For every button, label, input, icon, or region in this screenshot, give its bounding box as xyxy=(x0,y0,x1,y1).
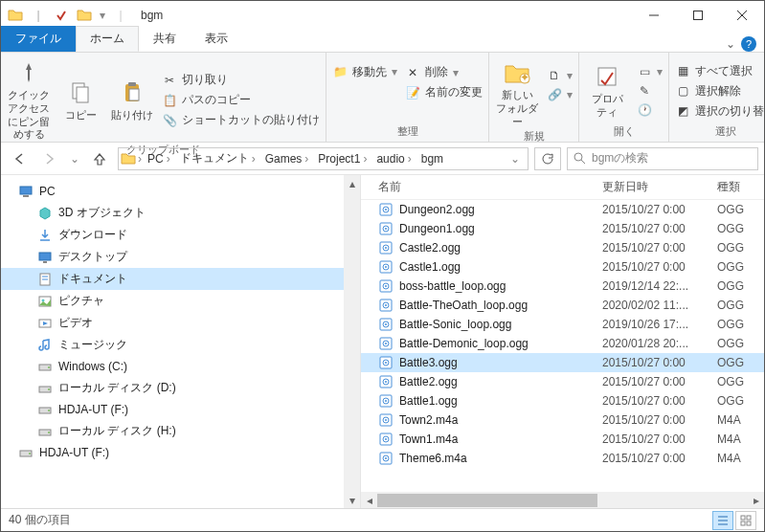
new-folder-button[interactable]: ✦ 新しい フォルダー xyxy=(495,55,539,128)
scroll-left[interactable]: ◂ xyxy=(361,494,377,507)
invert-icon: ◩ xyxy=(675,103,690,119)
audio-file-icon xyxy=(378,240,394,255)
bc-pc[interactable]: PC› xyxy=(144,152,174,166)
tree-item[interactable]: 3D オブジェクト xyxy=(1,202,360,224)
tree-item[interactable]: ダウンロード xyxy=(1,224,360,246)
svg-rect-12 xyxy=(20,187,32,194)
audio-file-icon xyxy=(378,393,394,409)
drive-icon xyxy=(18,445,34,460)
scroll-right[interactable]: ▸ xyxy=(748,494,764,507)
breadcrumb[interactable]: › PC› ドキュメント› Games› Project1› audio› bg… xyxy=(118,147,529,170)
file-row[interactable]: Castle2.ogg2015/10/27 0:00OGG xyxy=(361,238,764,257)
tree-scrollbar[interactable]: ▴▾ xyxy=(344,175,360,508)
tab-home[interactable]: ホーム xyxy=(76,26,139,52)
up-button[interactable] xyxy=(87,146,112,171)
qat-properties[interactable] xyxy=(51,5,72,26)
select-none-button[interactable]: ▢選択解除 xyxy=(675,83,765,100)
svg-rect-75 xyxy=(747,516,751,520)
file-row[interactable]: boss-battle_loop.ogg2019/12/14 22:...OGG xyxy=(361,277,764,296)
file-row[interactable]: Battle3.ogg2015/10/27 0:00OGG xyxy=(361,353,764,372)
file-row[interactable]: Dungeon1.ogg2015/10/27 0:00OGG xyxy=(361,219,764,238)
close-button[interactable] xyxy=(720,1,764,30)
tree-item[interactable]: ビデオ xyxy=(1,312,360,334)
new-item-button[interactable]: 🗋▾ xyxy=(547,68,573,83)
drive-icon xyxy=(37,424,53,439)
audio-file-icon xyxy=(378,278,394,294)
col-name[interactable]: 名前 xyxy=(361,179,602,195)
copy-icon xyxy=(66,78,95,107)
view-details[interactable] xyxy=(712,511,733,530)
qat-dropdown[interactable]: ▾ xyxy=(97,5,108,26)
select-all-button[interactable]: ▦すべて選択 xyxy=(675,63,765,79)
file-row[interactable]: Town1.m4a2015/10/27 0:00M4A xyxy=(361,430,764,449)
file-row[interactable]: Battle1.ogg2015/10/27 0:00OGG xyxy=(361,391,764,410)
open-button[interactable]: ▭▾ xyxy=(637,64,663,79)
easy-access-button[interactable]: 🔗▾ xyxy=(547,87,573,102)
search-icon xyxy=(574,152,586,165)
forward-button[interactable] xyxy=(37,146,62,171)
tree-item[interactable]: ローカル ディスク (H:) xyxy=(1,420,360,442)
col-type[interactable]: 種類 xyxy=(717,179,764,195)
tree-item[interactable]: ピクチャ xyxy=(1,290,360,312)
file-row[interactable]: Theme6.m4a2015/10/27 0:00M4A xyxy=(361,449,764,468)
ribbon-tabs: ファイル ホーム 共有 表示 ⌄ ? xyxy=(1,30,764,53)
edit-button[interactable]: ✎ xyxy=(637,83,663,99)
paste-button[interactable]: 貼り付け xyxy=(110,75,154,122)
tab-share[interactable]: 共有 xyxy=(139,26,191,52)
search-input[interactable]: bgmの検索 xyxy=(567,147,758,170)
file-row[interactable]: Dungeon2.ogg2015/10/27 0:00OGG xyxy=(361,200,764,219)
tree-item[interactable]: ドキュメント xyxy=(1,268,360,290)
h-scrollbar[interactable]: ◂ ▸ xyxy=(361,492,764,508)
tab-file[interactable]: ファイル xyxy=(1,26,76,52)
file-row[interactable]: Battle-TheOath_loop.ogg2020/02/02 11:...… xyxy=(361,296,764,315)
file-row[interactable]: Battle2.ogg2015/10/27 0:00OGG xyxy=(361,372,764,391)
ribbon-collapse[interactable]: ⌄ xyxy=(726,37,735,51)
desktop-icon xyxy=(37,250,53,265)
bc-audio[interactable]: audio› xyxy=(372,152,415,166)
col-date[interactable]: 更新日時 xyxy=(602,179,717,195)
bc-dropdown[interactable]: ⌄ xyxy=(505,152,526,166)
view-icons[interactable] xyxy=(735,511,756,530)
refresh-button[interactable] xyxy=(534,147,561,170)
history-button[interactable]: 🕐 xyxy=(637,102,663,118)
minimize-button[interactable] xyxy=(632,1,676,30)
properties-button[interactable]: プロパ ティ xyxy=(585,58,629,120)
svg-point-10 xyxy=(574,153,582,161)
file-row[interactable]: Battle-Sonic_loop.ogg2019/10/26 17:...OG… xyxy=(361,315,764,334)
tree-item[interactable]: デスクトップ xyxy=(1,246,360,268)
tree-item[interactable]: Windows (C:) xyxy=(1,356,360,377)
bc-games[interactable]: Games› xyxy=(261,152,313,166)
svg-point-34 xyxy=(385,209,387,211)
recent-button[interactable]: ⌄ xyxy=(68,146,81,171)
tab-view[interactable]: 表示 xyxy=(191,26,242,52)
pin-button[interactable]: クイック アクセス にピン留めする xyxy=(7,55,51,142)
move-to-button[interactable]: 📁移動先▾ xyxy=(332,64,397,80)
help-button[interactable]: ? xyxy=(741,36,756,52)
svg-point-31 xyxy=(29,453,31,454)
tree-item[interactable]: PC xyxy=(1,181,360,202)
tree-item[interactable]: ミュージック xyxy=(1,334,360,356)
copy-path-button[interactable]: 📋パスのコピー xyxy=(162,92,320,108)
invert-selection-button[interactable]: ◩選択の切り替え xyxy=(675,103,765,120)
audio-file-icon xyxy=(378,259,394,275)
cut-button[interactable]: ✂切り取り xyxy=(162,72,320,88)
bc-documents[interactable]: ドキュメント› xyxy=(176,150,259,166)
bc-project1[interactable]: Project1› xyxy=(314,152,371,166)
rename-button[interactable]: 📝名前の変更 xyxy=(405,84,483,100)
tree-item[interactable]: HDJA-UT (F:) xyxy=(1,442,360,463)
maximize-button[interactable] xyxy=(676,1,720,30)
folder-icon xyxy=(121,151,136,166)
file-row[interactable]: Town2.m4a2015/10/27 0:00M4A xyxy=(361,410,764,430)
tree-item[interactable]: ローカル ディスク (D:) xyxy=(1,377,360,399)
doc-icon xyxy=(37,272,53,287)
copy-button[interactable]: コピー xyxy=(58,75,102,122)
back-button[interactable] xyxy=(7,146,32,171)
paste-shortcut-button[interactable]: 📎ショートカットの貼り付け xyxy=(162,112,320,128)
tree-item[interactable]: HDJA-UT (F:) xyxy=(1,399,360,420)
file-row[interactable]: Battle-Demonic_loop.ogg2020/01/28 20:...… xyxy=(361,334,764,353)
shortcut-icon: 📎 xyxy=(162,113,177,128)
bc-bgm[interactable]: bgm xyxy=(417,152,447,166)
delete-button[interactable]: ✕削除▾ xyxy=(405,64,483,80)
history-icon: 🕐 xyxy=(637,102,652,118)
file-row[interactable]: Castle1.ogg2015/10/27 0:00OGG xyxy=(361,257,764,277)
